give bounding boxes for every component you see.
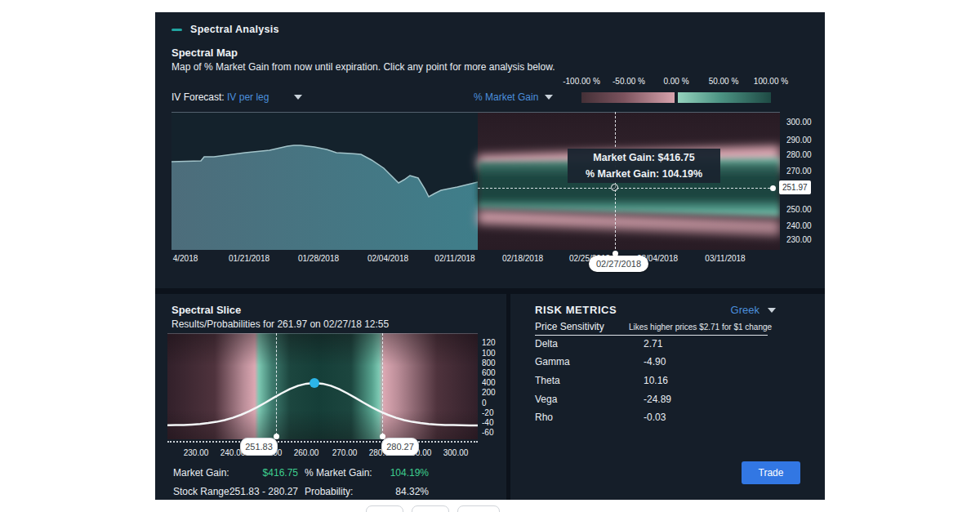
map-y-tick: 240.00 <box>786 221 812 230</box>
probability-label: Probability: <box>305 486 353 497</box>
map-x-tick: 01/28/2018 <box>298 254 339 263</box>
tooltip-market-gain: Market Gain: $416.75 <box>593 149 694 166</box>
map-y-tick: 280.00 <box>786 150 812 159</box>
risk-row-value: 10.16 <box>644 375 668 386</box>
slice-y-tick: 0 <box>482 398 487 407</box>
curve-peak-marker <box>310 378 319 388</box>
slice-x-tick: 260.00 <box>294 448 319 457</box>
map-description: Map of % Market Gain from now until expi… <box>172 61 555 73</box>
risk-row-value: -24.89 <box>644 394 671 405</box>
legend-gradient-positive <box>678 92 771 103</box>
slice-y-tick: -20 <box>482 408 493 417</box>
price-axis-marker <box>770 185 776 191</box>
map-x-axis: 4/201801/21/201801/28/201802/04/201802/1… <box>172 254 780 265</box>
slice-y-tick: 600 <box>482 368 496 377</box>
slice-y-tick: 200 <box>482 388 496 397</box>
chevron-down-icon[interactable] <box>294 95 302 100</box>
map-y-tick: 250.00 <box>786 205 812 214</box>
market-gain-label: Market Gain: <box>173 467 229 479</box>
map-y-tick: 300.00 <box>786 118 812 127</box>
legend-tick-labels: -100.00 %-50.00 %0.00 %50.00 %100.00 % <box>155 77 825 87</box>
selected-price-label[interactable]: 251.97 <box>779 180 811 194</box>
risk-row-label: Vega <box>535 394 557 405</box>
range-low-label[interactable]: 251.83 <box>240 438 278 456</box>
slice-subtitle: Results/Probabilities for 261.97 on 02/2… <box>172 318 389 330</box>
legend-tick: 50.00 % <box>709 77 739 86</box>
map-x-tick: 02/11/2018 <box>434 254 474 263</box>
cutoff-label-box <box>457 505 500 512</box>
slice-y-tick: 400 <box>482 378 496 387</box>
map-x-tick: 01/21/2018 <box>229 254 270 263</box>
cutoff-label-box <box>366 505 403 512</box>
probability-value: 84.32% <box>363 486 429 497</box>
map-x-tick: 02/18/2018 <box>502 254 543 263</box>
slice-y-tick: 120 <box>482 338 496 347</box>
risk-metrics-card: RISK METRICS Greek Price Sensitivity Lik… <box>510 294 825 500</box>
risk-row-label: Gamma <box>535 356 570 367</box>
slice-x-axis: 230.00240.00250.00260.00270.00280.00290.… <box>167 448 478 460</box>
page: Spectral Analysis Spectral Map Map of % … <box>0 0 980 512</box>
trade-button[interactable]: Trade <box>742 461 800 484</box>
legend-tick: -100.00 % <box>563 77 600 86</box>
slice-x-tick: 270.00 <box>332 448 358 457</box>
metric-select-control[interactable]: % Market Gain <box>474 91 538 103</box>
iv-forecast-value[interactable]: IV per leg <box>227 91 269 103</box>
risk-row-value: -4.90 <box>644 356 666 367</box>
stock-range-label: Stock Range: <box>173 486 232 497</box>
map-x-tick: 4/2018 <box>173 254 198 263</box>
metric-select-value[interactable]: % Market Gain <box>474 91 538 103</box>
section-title: Spectral Analysis <box>190 24 279 35</box>
stats-row-1: Market Gain: $416.75 % Market Gain: 104.… <box>155 467 506 480</box>
slice-y-tick: -60 <box>482 428 493 437</box>
legend-tick: 100.00 % <box>754 77 788 86</box>
legend-tick: 0.00 % <box>663 77 688 86</box>
slice-x-tick: 230.00 <box>184 448 209 457</box>
crosshair-intersection-marker[interactable] <box>611 184 618 191</box>
spectral-map-card: Spectral Analysis Spectral Map Map of % … <box>155 12 825 288</box>
slice-title: Spectral Slice <box>172 304 241 316</box>
map-y-axis: 300.00290.00280.00270.00250.00240.00230.… <box>786 12 823 288</box>
risk-row-value: -0.03 <box>644 412 666 423</box>
map-y-tick: 230.00 <box>786 235 812 244</box>
collapse-section-icon[interactable] <box>172 29 182 31</box>
legend-gradient-negative <box>581 92 675 103</box>
slice-y-tick: 100 <box>482 349 496 358</box>
spectral-slice-card: Spectral Slice Results/Probabilities for… <box>155 294 506 500</box>
stats-row-2: Stock Range: 251.83 - 280.27 Probability… <box>155 486 506 499</box>
iv-forecast-control[interactable]: IV Forecast: IV per leg <box>172 91 269 103</box>
range-low-line[interactable] <box>276 333 277 439</box>
stock-range-value: 251.83 - 280.27 <box>225 486 298 497</box>
map-y-tick: 290.00 <box>786 136 812 145</box>
slice-x-tick: 300.00 <box>443 448 469 457</box>
pct-gain-label: % Market Gain: <box>305 467 372 479</box>
risk-row-value: 2.71 <box>644 338 662 349</box>
map-title: Spectral Map <box>172 47 238 59</box>
map-y-tick: 270.00 <box>786 167 812 176</box>
slice-y-tick: 800 <box>482 358 496 367</box>
slice-curve-canvas <box>167 334 478 440</box>
map-tooltip: Market Gain: $416.75 % Market Gain: 104.… <box>568 149 720 183</box>
legend-tick: -50.00 % <box>612 77 645 86</box>
map-x-tick: 02/04/2018 <box>368 254 408 263</box>
crosshair-horizontal[interactable] <box>478 188 774 189</box>
map-x-tick: 03/11/2018 <box>705 254 745 263</box>
slice-y-tick: -40 <box>482 418 493 427</box>
market-gain-value: $416.75 <box>225 467 298 479</box>
chevron-down-icon[interactable] <box>545 95 553 100</box>
risk-row-label: Delta <box>535 338 558 349</box>
pct-gain-value: 104.19% <box>363 467 429 479</box>
range-high-label[interactable]: 280.27 <box>381 438 419 456</box>
selected-date-label[interactable]: 02/27/2018 <box>589 256 648 272</box>
iv-forecast-label: IV Forecast: <box>172 91 225 103</box>
range-high-line[interactable] <box>382 333 383 439</box>
spectral-slice-plot[interactable] <box>167 333 478 439</box>
tooltip-pct-market-gain: % Market Gain: 104.19% <box>586 166 702 182</box>
risk-row-label: Theta <box>535 375 560 386</box>
cutoff-label-box <box>412 505 449 512</box>
risk-row-label: Rho <box>535 412 553 423</box>
spectral-analysis-container: Spectral Analysis Spectral Map Map of % … <box>155 12 825 500</box>
slice-zero-line <box>167 441 478 443</box>
